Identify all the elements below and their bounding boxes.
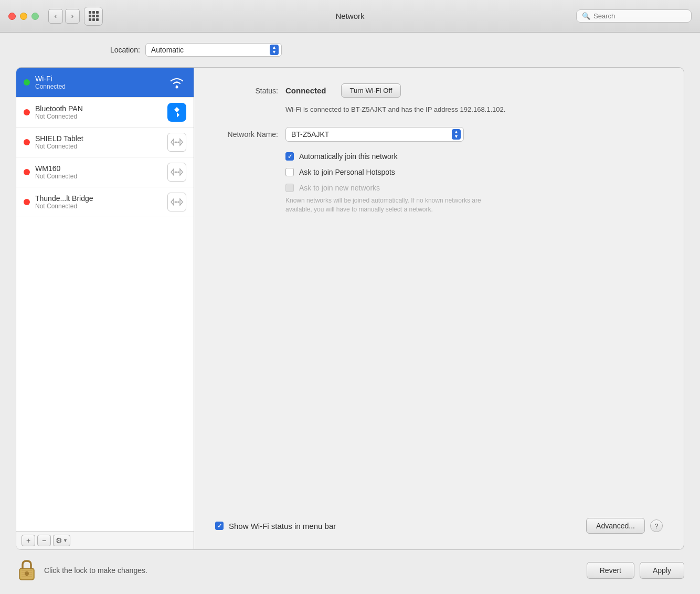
hint-text: Known networks will be joined automatica…	[285, 196, 495, 214]
shield-tablet-status: Not Connected	[35, 143, 167, 150]
sidebar-item-bluetooth-pan[interactable]: Bluetooth PAN Not Connected	[16, 98, 194, 128]
nav-buttons: ‹ ›	[48, 9, 80, 24]
right-panel-spacer	[215, 214, 663, 510]
gear-dropdown-arrow: ▼	[63, 538, 68, 543]
wifi-item-status: Connected	[35, 83, 167, 90]
apply-button[interactable]: Apply	[640, 562, 684, 579]
grid-button[interactable]	[84, 7, 103, 26]
wm160-icon	[167, 163, 186, 182]
help-button[interactable]: ?	[650, 519, 663, 532]
wm160-status: Not Connected	[35, 173, 167, 180]
thunderbolt-status: Not Connected	[35, 203, 167, 210]
search-input[interactable]	[593, 12, 686, 20]
personal-hotspot-checkbox[interactable]	[285, 168, 294, 176]
thunderbolt-icon	[167, 193, 186, 211]
bottom-right-buttons: Advanced... ?	[586, 518, 663, 534]
main-content: Location: Automatic ▲ ▼ Wi-Fi Connected	[0, 33, 700, 550]
bottom-options: Show Wi-Fi status in menu bar Advanced..…	[215, 518, 663, 539]
thunderbolt-status-dot	[24, 199, 30, 205]
location-row: Location: Automatic ▲ ▼	[16, 43, 684, 57]
minimize-button[interactable]	[20, 13, 27, 20]
shield-tablet-name: SHIELD Tablet	[35, 134, 167, 143]
svg-point-4	[175, 172, 176, 173]
wm160-status-dot	[24, 169, 30, 175]
bluetooth-pan-status-dot	[24, 109, 30, 115]
auto-join-checkbox[interactable]	[285, 152, 294, 161]
wifi-icon	[167, 73, 186, 92]
search-icon: 🔍	[582, 12, 590, 20]
svg-point-7	[175, 201, 176, 203]
footer-buttons: Revert Apply	[587, 562, 684, 579]
bluetooth-pan-item-text: Bluetooth PAN Not Connected	[35, 104, 167, 120]
wifi-status-dot	[24, 79, 30, 86]
grid-icon	[89, 11, 99, 21]
network-name-select[interactable]: BT-Z5AJKT	[285, 127, 464, 142]
new-networks-row: Ask to join new networks	[285, 184, 663, 192]
show-wifi-row: Show Wi-Fi status in menu bar	[215, 522, 336, 531]
svg-point-3	[178, 142, 179, 143]
thunderbolt-name: Thunde...lt Bridge	[35, 194, 167, 203]
remove-network-button[interactable]: −	[37, 535, 51, 546]
forward-button[interactable]: ›	[65, 9, 80, 24]
bluetooth-pan-status: Not Connected	[35, 113, 167, 120]
advanced-button[interactable]: Advanced...	[586, 518, 645, 534]
search-bar[interactable]: 🔍	[576, 9, 692, 23]
bluetooth-pan-name: Bluetooth PAN	[35, 104, 167, 113]
network-select-arrows: ▲ ▼	[452, 129, 461, 140]
svg-point-2	[176, 142, 178, 143]
sidebar-item-shield-tablet[interactable]: SHIELD Tablet Not Connected	[16, 128, 194, 157]
svg-point-6	[178, 172, 179, 173]
personal-hotspot-row: Ask to join Personal Hotspots	[285, 168, 663, 176]
turn-wifi-off-button[interactable]: Turn Wi-Fi Off	[341, 83, 401, 98]
traffic-lights	[8, 13, 39, 20]
auto-join-row: Automatically join this network	[285, 152, 663, 161]
location-select-arrows: ▲ ▼	[270, 45, 279, 55]
network-settings-button[interactable]: ⚙ ▼	[53, 535, 70, 546]
shield-tablet-icon	[167, 133, 186, 152]
maximize-button[interactable]	[31, 13, 39, 20]
lock-icon	[16, 558, 37, 583]
bluetooth-icon	[167, 103, 186, 122]
svg-point-0	[176, 86, 178, 89]
sidebar: Wi-Fi Connected	[16, 67, 194, 550]
wm160-item-text: WM160 Not Connected	[35, 164, 167, 180]
wm160-name: WM160	[35, 164, 167, 173]
status-value: Connected	[285, 86, 326, 95]
lock-icon-wrapper[interactable]	[16, 557, 38, 584]
close-button[interactable]	[8, 13, 16, 20]
sidebar-toolbar: + − ⚙ ▼	[16, 531, 194, 549]
auto-join-label: Automatically join this network	[299, 152, 398, 161]
shield-tablet-item-text: SHIELD Tablet Not Connected	[35, 134, 167, 150]
window-title: Network	[335, 12, 364, 20]
body-area: Wi-Fi Connected	[16, 67, 684, 550]
arrow-down-icon: ▼	[272, 50, 277, 55]
gear-icon: ⚙	[56, 536, 62, 545]
status-description: Wi-Fi is connected to BT-Z5AJKT and has …	[285, 105, 506, 114]
personal-hotspot-label: Ask to join Personal Hotspots	[299, 168, 395, 176]
revert-button[interactable]: Revert	[587, 562, 634, 579]
back-button[interactable]: ‹	[48, 9, 63, 24]
wifi-item-name: Wi-Fi	[35, 75, 167, 83]
footer: Click the lock to make changes. Revert A…	[0, 550, 700, 594]
shield-tablet-status-dot	[24, 139, 30, 145]
sidebar-item-wifi[interactable]: Wi-Fi Connected	[16, 68, 194, 98]
new-networks-label: Ask to join new networks	[299, 184, 380, 192]
titlebar: ‹ › Network 🔍	[0, 0, 700, 33]
sidebar-list: Wi-Fi Connected	[16, 68, 194, 531]
wifi-item-text: Wi-Fi Connected	[35, 75, 167, 90]
add-network-button[interactable]: +	[22, 535, 35, 546]
sidebar-item-wm160[interactable]: WM160 Not Connected	[16, 157, 194, 187]
lock-area: Click the lock to make changes.	[16, 557, 147, 584]
svg-point-8	[176, 201, 178, 203]
svg-point-1	[175, 142, 176, 143]
network-name-select-wrapper: BT-Z5AJKT ▲ ▼	[285, 127, 464, 142]
location-select[interactable]: Automatic	[145, 43, 282, 57]
network-name-row: Network Name: BT-Z5AJKT ▲ ▼	[215, 127, 663, 142]
sidebar-item-thunderbolt-bridge[interactable]: Thunde...lt Bridge Not Connected	[16, 187, 194, 217]
status-row: Status: Connected Turn Wi-Fi Off	[215, 83, 663, 98]
new-networks-checkbox[interactable]	[285, 184, 294, 192]
svg-point-9	[178, 201, 179, 203]
show-wifi-checkbox[interactable]	[215, 522, 224, 530]
right-panel: Status: Connected Turn Wi-Fi Off Wi-Fi i…	[194, 67, 684, 550]
thunderbolt-item-text: Thunde...lt Bridge Not Connected	[35, 194, 167, 210]
